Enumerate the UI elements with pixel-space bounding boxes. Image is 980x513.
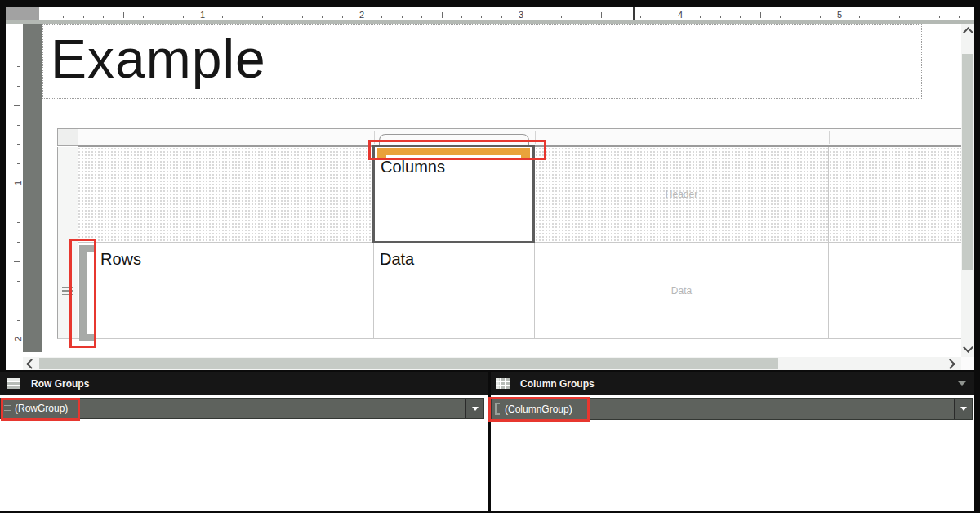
data-placeholder-text: Data <box>535 243 828 338</box>
row-groups-title: Row Groups <box>31 378 89 390</box>
tablix-cell-data[interactable]: Data <box>374 243 535 339</box>
tablix-cell-data-placeholder[interactable]: Data <box>535 243 829 339</box>
horizontal-ruler: 12345 <box>39 7 974 20</box>
annotation-column-handle <box>368 140 546 160</box>
data-cell-text: Data <box>380 250 414 269</box>
rows-cell-text: Rows <box>100 250 141 269</box>
columns-cell-text: Columns <box>381 158 445 176</box>
design-margin-strip <box>23 24 42 352</box>
title-textbox[interactable]: Example <box>42 24 922 99</box>
ruler-cursor-mark <box>633 7 635 20</box>
chevron-down-icon <box>963 342 973 353</box>
chevron-right-icon <box>945 359 956 369</box>
title-text: Example <box>51 28 266 90</box>
tablix-cell-clipped-header[interactable] <box>829 147 961 243</box>
scroll-up-button[interactable] <box>961 25 974 38</box>
column-handle-separator <box>829 131 830 144</box>
row-groups-pane-header: Row Groups <box>0 372 488 395</box>
chevron-left-icon <box>26 359 37 369</box>
column-group-dropdown-button[interactable] <box>954 399 972 419</box>
column-groups-title: Column Groups <box>520 378 595 390</box>
annotation-columngroup-item <box>488 397 590 422</box>
row-group-dropdown-button[interactable] <box>466 399 483 418</box>
tablix-cell-rows[interactable]: Rows <box>78 243 374 339</box>
ruler-corner <box>6 7 39 20</box>
scroll-down-button[interactable] <box>961 341 974 354</box>
report-designer-window: 12345 12 Example Header Rows Data Data <box>0 0 980 513</box>
horizontal-scrollbar[interactable] <box>23 357 961 370</box>
tablix-cell-clipped-data[interactable] <box>829 243 961 339</box>
scroll-left-button[interactable] <box>24 357 38 370</box>
vertical-scrollbar[interactable] <box>961 24 974 357</box>
tablix-corner-handle[interactable] <box>57 128 78 146</box>
row-groups-icon <box>7 378 20 389</box>
header-placeholder-text: Header <box>535 147 828 242</box>
pane-collapse-icon[interactable] <box>958 381 966 386</box>
vertical-scrollbar-thumb[interactable] <box>962 54 973 270</box>
annotation-row-bracket <box>69 239 96 348</box>
scroll-right-button[interactable] <box>943 357 956 370</box>
column-groups-icon <box>496 378 510 389</box>
tablix-cell-header-placeholder[interactable]: Header <box>535 147 829 243</box>
tablix-cell-columns-selected[interactable]: Columns <box>372 145 535 243</box>
horizontal-scrollbar-thumb[interactable] <box>39 358 778 369</box>
tablix-cell-empty-header[interactable] <box>78 147 374 243</box>
annotation-rowgroup-item <box>1 398 80 421</box>
dropdown-arrow-icon <box>960 407 967 411</box>
vertical-ruler: 12 <box>6 24 23 370</box>
chevron-up-icon <box>963 27 973 38</box>
scrollbar-corner <box>961 357 974 370</box>
column-groups-pane-header: Column Groups <box>491 372 974 395</box>
dropdown-arrow-icon <box>472 407 479 411</box>
